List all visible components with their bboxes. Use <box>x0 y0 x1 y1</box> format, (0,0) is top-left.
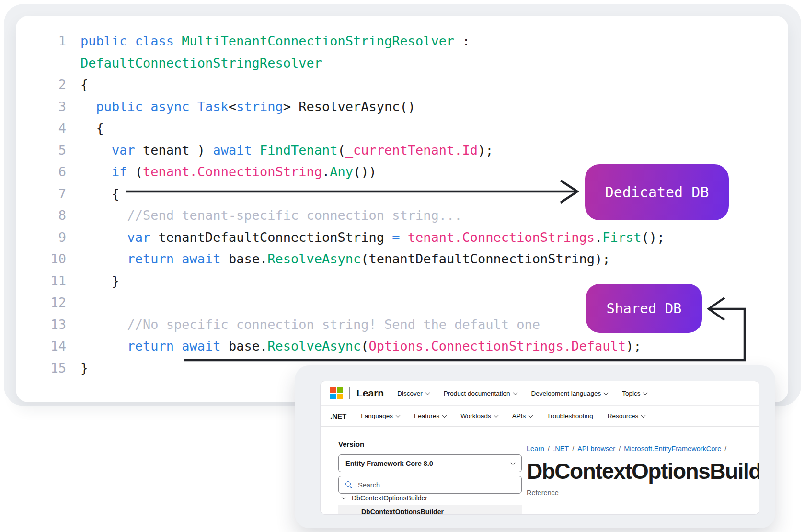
learn-window: Learn DiscoverProduct documentationDevel… <box>295 365 775 528</box>
figure-stage: 1public class MultiTenantConnectionStrin… <box>0 0 805 532</box>
nav-item-label: Development languages <box>531 390 601 397</box>
line-number: 11 <box>29 273 66 288</box>
line-number: 8 <box>29 208 66 223</box>
code-text: { <box>80 186 119 201</box>
chevron-down-icon <box>604 390 609 395</box>
nav-topics[interactable]: Topics <box>622 390 647 397</box>
chevron-down-icon <box>643 390 648 395</box>
code-text: { <box>80 121 104 136</box>
learn-top-nav: DiscoverProduct documentationDevelopment… <box>397 390 661 397</box>
nav-item-label: Product documentation <box>444 390 510 397</box>
version-label: Version <box>338 440 522 448</box>
tree-item-label: DbContextOptionsBuilder <box>361 508 444 515</box>
nav-product-documentation[interactable]: Product documentation <box>444 390 517 397</box>
line-number: 6 <box>29 164 66 179</box>
code-line: DefaultConnectionStringResolver <box>29 52 779 74</box>
code-text: DefaultConnectionStringResolver <box>80 56 322 70</box>
line-number: 7 <box>29 186 66 201</box>
version-select-value: Entity Framework Core 8.0 <box>345 460 433 467</box>
line-number: 3 <box>29 99 66 114</box>
line-number: 2 <box>29 77 66 92</box>
code-text: return await base.ResolveAsync(Options.C… <box>80 339 641 353</box>
code-text: public async Task<string> ResolverAsync(… <box>80 99 415 114</box>
search-placeholder: Search <box>358 481 380 489</box>
nav-item-label: Languages <box>361 412 393 419</box>
product-nav-languages[interactable]: Languages <box>361 412 400 419</box>
code-text: var tenant ) await FindTenant(_currentTe… <box>80 143 494 158</box>
code-line: 14 return await base.ResolveAsync(Option… <box>29 335 779 357</box>
code-text: { <box>80 77 88 92</box>
chevron-down-icon <box>513 390 518 395</box>
code-line: 2{ <box>29 74 779 96</box>
product-nav-apis[interactable]: APIs <box>512 412 533 419</box>
product-nav: LanguagesFeaturesWorkloadsAPIsTroublesho… <box>361 412 659 419</box>
version-select[interactable]: Entity Framework Core 8.0 <box>338 454 522 472</box>
learn-sidebar: Version Entity Framework Core 8.0 Search… <box>321 427 522 515</box>
product-nav-bar: .NET LanguagesFeaturesWorkloadsAPIsTroub… <box>321 406 759 427</box>
breadcrumb-link[interactable]: API browser <box>577 445 615 453</box>
line-number: 15 <box>29 361 66 375</box>
code-line: 3 public async Task<string> ResolverAsyn… <box>29 96 779 118</box>
nav-discover[interactable]: Discover <box>397 390 429 397</box>
breadcrumb-separator: / <box>619 445 621 453</box>
chevron-down-icon <box>342 495 345 499</box>
line-number: 1 <box>29 34 66 48</box>
tree-item-selected[interactable]: DbContextOptionsBuilder <box>338 505 522 515</box>
page-subtitle: Reference <box>527 489 759 497</box>
line-number: 12 <box>29 295 66 310</box>
tree-item-label: DbContextOptionsBuilder <box>352 494 427 502</box>
breadcrumb-separator: / <box>548 445 550 453</box>
nav-item-label: Troubleshooting <box>547 412 593 419</box>
code-text: var tenantDefaultConnectionString = tena… <box>80 230 665 245</box>
chevron-down-icon <box>529 413 533 418</box>
divider <box>349 387 350 399</box>
learn-browser-card: Learn DiscoverProduct documentationDevel… <box>320 381 759 515</box>
chevron-down-icon <box>494 413 498 418</box>
code-text: if (tenant.ConnectionString.Any()) <box>80 164 377 179</box>
chevron-down-icon <box>442 413 447 418</box>
line-number: 4 <box>29 121 66 136</box>
search-icon <box>345 481 353 488</box>
nav-item-label: Discover <box>397 390 423 397</box>
breadcrumb-link[interactable]: .NET <box>553 445 569 453</box>
line-number: 14 <box>29 339 66 353</box>
learn-content: Learn/.NET/API browser/Microsoft.EntityF… <box>522 427 759 515</box>
code-line: 1public class MultiTenantConnectionStrin… <box>29 30 779 52</box>
product-nav-features[interactable]: Features <box>414 412 446 419</box>
search-input[interactable]: Search <box>338 476 522 494</box>
chevron-down-icon <box>511 460 516 465</box>
product-nav-troubleshooting[interactable]: Troubleshooting <box>547 412 593 419</box>
line-number: 10 <box>29 251 66 266</box>
nav-item-label: Workloads <box>460 412 491 419</box>
nav-development-languages[interactable]: Development languages <box>531 390 608 397</box>
nav-item-label: APIs <box>512 412 526 419</box>
nav-item-label: Features <box>414 412 439 419</box>
learn-body: Version Entity Framework Core 8.0 Search… <box>321 427 759 515</box>
line-number: 5 <box>29 143 66 158</box>
code-line: 5 var tenant ) await FindTenant(_current… <box>29 139 779 161</box>
breadcrumb-separator: / <box>724 445 726 453</box>
product-nav-resources[interactable]: Resources <box>608 412 645 419</box>
breadcrumb-link[interactable]: Learn <box>527 445 544 453</box>
breadcrumb-link[interactable]: Microsoft.EntityFrameworkCore <box>624 445 721 453</box>
code-text: public class MultiTenantConnectionString… <box>80 34 470 48</box>
code-text: //No specific connection string! Send th… <box>80 317 540 332</box>
code-text: //Send tenant-specific connection string… <box>80 208 462 223</box>
code-line: 10 return await base.ResolveAsync(tenant… <box>29 248 779 270</box>
product-name[interactable]: .NET <box>330 412 346 420</box>
shared-db-badge: Shared DB <box>586 284 702 333</box>
code-line: 4 { <box>29 117 779 139</box>
dedicated-db-badge: Dedicated DB <box>585 164 729 220</box>
learn-header: Learn DiscoverProduct documentationDevel… <box>321 381 759 406</box>
product-nav-workloads[interactable]: Workloads <box>460 412 498 419</box>
page-title: DbContextOptionsBuilder <box>527 458 759 484</box>
chevron-down-icon <box>641 413 646 418</box>
line-number: 13 <box>29 317 66 332</box>
code-line: 9 var tenantDefaultConnectionString = te… <box>29 226 779 249</box>
learn-wordmark[interactable]: Learn <box>356 387 384 399</box>
nav-item-label: Resources <box>608 412 639 419</box>
breadcrumb: Learn/.NET/API browser/Microsoft.EntityF… <box>527 445 759 453</box>
api-tree: DbContextOptionsBuilderDbContextOptionsB… <box>338 491 522 515</box>
code-text: } <box>80 273 119 288</box>
code-text: } <box>80 361 88 375</box>
